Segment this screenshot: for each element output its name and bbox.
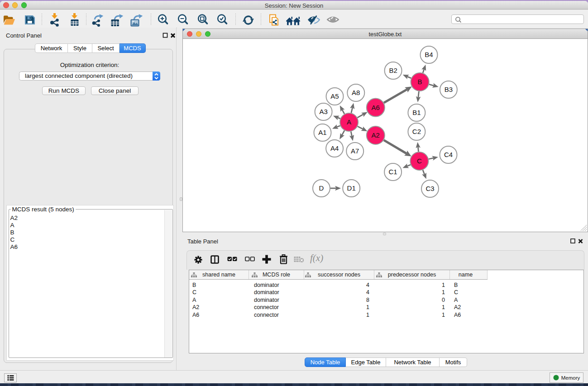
svg-text:C1: C1 <box>389 168 397 176</box>
svg-text:A7: A7 <box>351 147 359 155</box>
svg-text:B1: B1 <box>412 109 421 116</box>
svg-text:A8: A8 <box>352 89 360 96</box>
svg-text:A: A <box>347 118 351 126</box>
svg-text:D: D <box>319 184 324 192</box>
svg-text:D1: D1 <box>347 184 356 192</box>
svg-text:A6: A6 <box>372 104 380 111</box>
svg-text:C3: C3 <box>425 185 434 192</box>
svg-text:A1: A1 <box>318 129 326 136</box>
svg-text:A5: A5 <box>330 92 339 100</box>
svg-text:C2: C2 <box>412 128 421 135</box>
svg-text:B3: B3 <box>445 86 453 93</box>
svg-text:A4: A4 <box>330 144 339 152</box>
svg-text:A3: A3 <box>319 108 327 115</box>
svg-text:A2: A2 <box>372 131 380 139</box>
svg-text:C: C <box>417 157 422 165</box>
svg-text:B4: B4 <box>425 51 433 58</box>
svg-text:B: B <box>418 78 422 86</box>
svg-text:C4: C4 <box>444 151 453 158</box>
svg-text:B2: B2 <box>389 67 397 74</box>
